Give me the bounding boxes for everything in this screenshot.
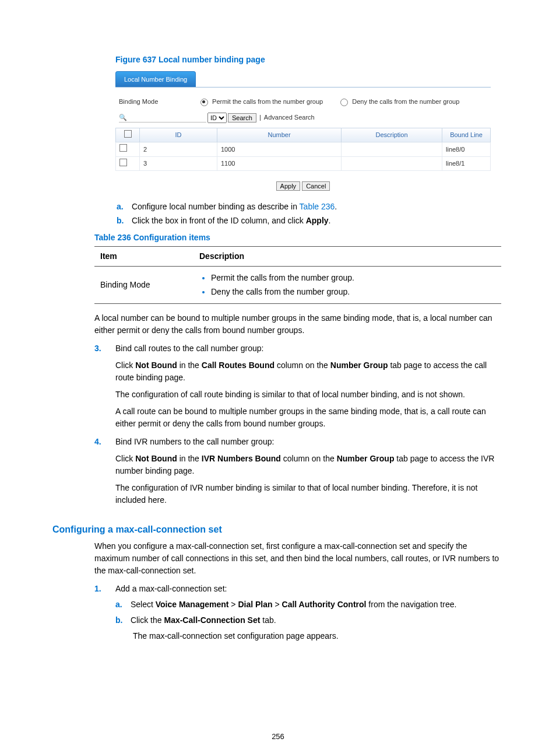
search-icon: 🔍 — [119, 113, 206, 123]
marker-4: 4. — [94, 436, 101, 448]
row-checkbox[interactable] — [119, 144, 127, 152]
binding-mode-label: Binding Mode — [119, 97, 183, 107]
row-checkbox[interactable] — [119, 159, 127, 166]
bold: Number Group — [337, 454, 395, 463]
search-row: 🔍 ID Search | Advanced Search — [115, 110, 491, 125]
cell-bound-line: line8/1 — [442, 156, 491, 171]
col-bound-line: Bound Line — [442, 128, 491, 142]
results-table: ID Number Description Bound Line 2 1000 … — [115, 128, 491, 172]
cfg-desc-list: Permit the calls from the number group. … — [199, 272, 495, 298]
step-4-label: Bind IVR numbers to the call number grou… — [115, 437, 274, 446]
section-steps: 1. Add a max-call-connection set: a. Sel… — [94, 583, 504, 642]
marker-a: a. — [115, 598, 128, 611]
bold: Call Authority Control — [282, 600, 367, 609]
txt: in the — [177, 360, 202, 370]
cancel-button[interactable]: Cancel — [302, 181, 330, 191]
config-items-table: Item Description Binding Mode Permit the… — [94, 246, 501, 304]
cfg-bullet: Permit the calls from the number group. — [211, 272, 495, 284]
marker-3: 3. — [94, 342, 101, 355]
table-row: 2 1000 line8/0 — [116, 142, 491, 157]
radio-deny[interactable]: Deny the calls from the number group — [340, 97, 459, 107]
cfg-head-item: Item — [94, 246, 193, 266]
radio-deny-label: Deny the calls from the number group — [352, 98, 459, 105]
txt: > — [273, 600, 282, 609]
radio-icon — [340, 99, 348, 106]
apply-cancel-row: Apply Cancel — [115, 171, 491, 195]
step-3-p2: The configuration of call route binding … — [115, 388, 504, 401]
tab-local-number-binding[interactable]: Local Number Binding — [115, 71, 196, 87]
step-1a: a. Select Voice Management > Dial Plan >… — [115, 598, 504, 611]
apply-button[interactable]: Apply — [276, 181, 301, 191]
search-type-select[interactable]: ID — [207, 113, 227, 123]
table-row: 3 1100 line8/1 — [116, 156, 491, 171]
step-1-substeps: a. Select Voice Management > Dial Plan >… — [115, 598, 504, 642]
step-3-p3: A call route can be bound to multiple nu… — [115, 405, 504, 430]
col-number: Number — [217, 128, 342, 142]
cfg-head-desc: Description — [193, 246, 501, 266]
substep-a-text: Configure local number binding as descri… — [132, 202, 300, 211]
txt: in the — [177, 454, 202, 463]
cell-number: 1100 — [217, 156, 342, 171]
figure-substeps: a. Configure local number binding as des… — [117, 201, 504, 227]
search-button[interactable]: Search — [228, 113, 256, 123]
cfg-item: Binding Mode — [94, 266, 193, 303]
txt: Click the — [131, 615, 164, 625]
step-1b: b. Click the Max-Call-Connection Set tab… — [115, 614, 504, 642]
txt: Click — [115, 360, 135, 370]
cell-id: 2 — [140, 142, 217, 157]
tab-bar: Local Number Binding — [115, 72, 491, 88]
marker-a: a. — [117, 201, 129, 213]
binding-mode-row: Binding Mode Permit the calls from the n… — [115, 88, 491, 110]
substep-a-suffix: . — [335, 202, 337, 211]
bold: IVR Numbers Bound — [202, 454, 281, 463]
txt: column on the — [275, 360, 330, 370]
radio-icon — [200, 99, 208, 106]
substep-b-suffix: . — [329, 216, 331, 225]
step-4-p2: The configuration of IVR number binding … — [115, 482, 504, 506]
table-header-row: ID Number Description Bound Line — [116, 128, 491, 142]
body-paragraph: A local number can be bound to multiple … — [94, 312, 504, 337]
bold: Max-Call-Connection Set — [164, 615, 260, 625]
advanced-search-link[interactable]: Advanced Search — [264, 113, 315, 123]
cell-description — [342, 156, 442, 171]
section-heading: Configuring a max-call-connection set — [52, 523, 504, 537]
txt: Select — [131, 600, 156, 609]
radio-permit[interactable]: Permit the calls from the number group — [200, 97, 323, 107]
cell-number: 1000 — [217, 142, 342, 157]
step-1-label: Add a max-call-connection set: — [115, 584, 227, 593]
step-3-p1: Click Not Bound in the Call Routes Bound… — [115, 359, 504, 384]
apply-bold: Apply — [306, 216, 329, 225]
txt: tab. — [260, 615, 276, 625]
col-select — [116, 128, 140, 142]
bold: Not Bound — [135, 454, 177, 463]
bold: Number Group — [330, 360, 388, 370]
substep-b-prefix: Click the box in front of the ID column,… — [132, 216, 306, 225]
checkbox-all[interactable] — [124, 130, 132, 138]
txt: from the navigation tree. — [366, 600, 456, 609]
table-236-title: Table 236 Configuration items — [94, 232, 504, 244]
page-number: 256 — [0, 731, 556, 743]
step-3-label: Bind call routes to the call number grou… — [115, 344, 263, 353]
table-236-link[interactable]: Table 236 — [300, 202, 335, 211]
radio-permit-label: Permit the calls from the number group — [212, 98, 323, 105]
step-1b-follow: The max-call-connection set configuratio… — [133, 630, 504, 642]
bold: Not Bound — [135, 360, 177, 370]
marker-b: b. — [115, 614, 128, 626]
section-intro: When you configure a max-call-connection… — [94, 540, 504, 577]
col-id: ID — [140, 128, 217, 142]
divider: | — [258, 113, 263, 123]
cell-id: 3 — [140, 156, 217, 171]
step-3: 3. Bind call routes to the call number g… — [94, 342, 504, 430]
figure-panel: Local Number Binding Binding Mode Permit… — [115, 72, 491, 195]
step-4: 4. Bind IVR numbers to the call number g… — [94, 436, 504, 506]
marker-b: b. — [117, 215, 129, 227]
cfg-bullet: Deny the calls from the number group. — [211, 286, 495, 298]
cell-bound-line: line8/0 — [442, 142, 491, 157]
step-4-p1: Click Not Bound in the IVR Numbers Bound… — [115, 453, 504, 477]
substep-a: a. Configure local number binding as des… — [117, 201, 504, 213]
txt: column on the — [281, 454, 337, 463]
bold: Dial Plan — [238, 600, 272, 609]
marker-1: 1. — [94, 583, 101, 595]
cfg-desc: Permit the calls from the number group. … — [193, 266, 501, 303]
main-steps: 3. Bind call routes to the call number g… — [94, 342, 504, 506]
